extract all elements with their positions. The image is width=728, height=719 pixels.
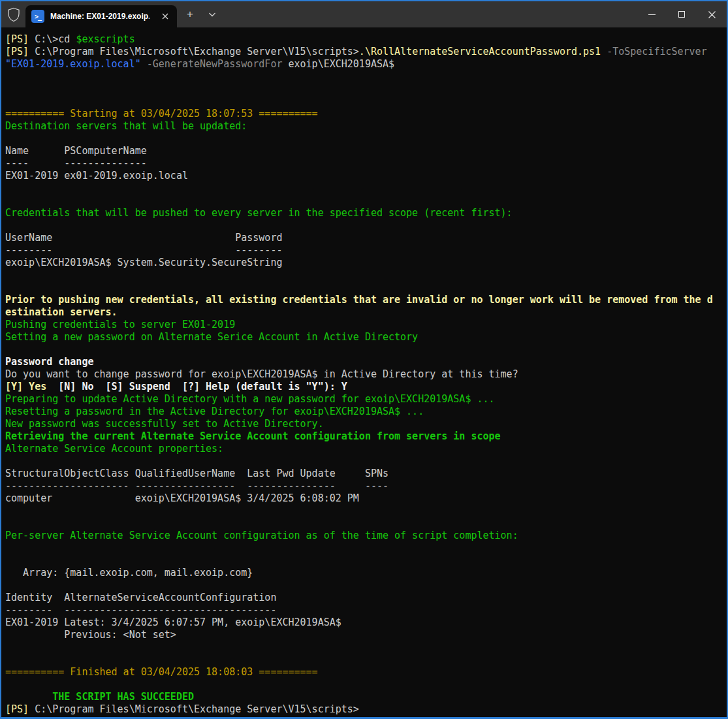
terminal-line bbox=[5, 182, 723, 195]
terminal-line: Password change bbox=[5, 356, 723, 368]
close-icon bbox=[708, 11, 716, 18]
terminal-segment: -GenerateNewPasswordFor bbox=[147, 58, 283, 70]
terminal-line bbox=[5, 344, 723, 356]
admin-shield-icon bbox=[1, 1, 25, 27]
terminal-line: StructuralObjectClass QualifiedUserName … bbox=[5, 468, 723, 480]
terminal-line: ========== Starting at 03/04/2025 18:07:… bbox=[5, 108, 723, 120]
titlebar-drag-region bbox=[221, 1, 637, 27]
terminal-segment: -ToSpecificServer bbox=[607, 46, 707, 57]
terminal-segment: C:\Program Files\Microsoft\Exchange Serv… bbox=[35, 703, 359, 715]
terminal-window: >_ Machine: EX01-2019.exoip.local + bbox=[0, 0, 728, 719]
terminal-segment: [PS] bbox=[5, 33, 35, 45]
terminal-segment: [PS] bbox=[5, 46, 35, 57]
terminal-segment: Pushing credentials to server EX01-2019 bbox=[5, 319, 235, 330]
terminal-line: computer exoip\EXCH2019ASA$ 3/4/2025 6:0… bbox=[5, 492, 723, 505]
terminal-segment: ========== Starting at 03/04/2025 18:07:… bbox=[5, 108, 318, 120]
terminal-line: exoip\EXCH2019ASA$ System.Security.Secur… bbox=[5, 257, 723, 269]
terminal-segment: Per-server Alternate Service Account con… bbox=[5, 530, 518, 541]
terminal-line: Preparing to update Active Directory wit… bbox=[5, 393, 723, 406]
maximize-button[interactable] bbox=[667, 1, 697, 27]
terminal-segment: [N] No [S] Suspend [?] Help (default is … bbox=[58, 381, 347, 392]
terminal-segment: StructuralObjectClass QualifiedUserName … bbox=[5, 468, 388, 479]
terminal-segment: EX01-2019 Latest: 3/4/2025 6:07:57 PM, e… bbox=[5, 616, 341, 628]
terminal-segment: Setting a new password on Alternate Seri… bbox=[5, 331, 418, 343]
terminal-segment: Previous: <Not set> bbox=[5, 629, 176, 641]
terminal-line: Alternate Service Account properties: bbox=[5, 443, 723, 455]
terminal-segment: ---- -------------- bbox=[5, 157, 147, 169]
terminal-line: Prior to pushing new credentials, all ex… bbox=[5, 294, 723, 306]
terminal-segment: New password was successfully set to Act… bbox=[5, 418, 324, 430]
new-tab-button[interactable]: + bbox=[181, 5, 199, 24]
terminal-segment: estination servers. bbox=[5, 306, 118, 318]
terminal-segment: Password change bbox=[5, 356, 93, 368]
terminal-segment bbox=[601, 46, 607, 57]
tab-dropdown-button[interactable] bbox=[203, 5, 221, 24]
terminal-segment: Identity AlternateServiceAccountConfigur… bbox=[5, 592, 276, 603]
powershell-icon: >_ bbox=[31, 10, 44, 23]
terminal-segment: Name PSComputerName bbox=[5, 145, 147, 157]
terminal-segment bbox=[46, 381, 58, 392]
terminal-line: "EX01-2019.exoip.local" -GenerateNewPass… bbox=[5, 58, 723, 71]
terminal-segment: Resetting a password in the Active Direc… bbox=[5, 406, 424, 417]
terminal-line bbox=[5, 517, 723, 530]
terminal-line: ========== Finished at 03/04/2025 18:08:… bbox=[5, 666, 723, 679]
terminal-line: [PS] C:\Program Files\Microsoft\Exchange… bbox=[5, 46, 723, 58]
terminal-line: Name PSComputerName bbox=[5, 145, 723, 157]
terminal-line bbox=[5, 554, 723, 567]
terminal-segment: THE SCRIPT HAS SUCCEEDED bbox=[5, 691, 194, 703]
terminal-line bbox=[5, 505, 723, 517]
terminal-line: --------------------- ----------------- … bbox=[5, 480, 723, 492]
terminal-segment bbox=[141, 58, 147, 70]
terminal-segment: -------- -------- bbox=[5, 244, 282, 256]
terminal-line: Credentials that will be pushed to every… bbox=[5, 207, 723, 219]
terminal-segment: C:\Program Files\Microsoft\Exchange Serv… bbox=[35, 46, 359, 57]
terminal-segment: Prior to pushing new credentials, all ex… bbox=[5, 294, 713, 306]
terminal-line: THE SCRIPT HAS SUCCEEDED bbox=[5, 691, 723, 703]
terminal-line: [PS] C:\Program Files\Microsoft\Exchange… bbox=[5, 703, 723, 716]
terminal-line: Identity AlternateServiceAccountConfigur… bbox=[5, 592, 723, 604]
terminal-segment: Do you want to change password for exoip… bbox=[5, 368, 518, 380]
terminal-segment: UserName Password bbox=[5, 232, 282, 244]
terminal-segment: ========== Finished at 03/04/2025 18:08:… bbox=[5, 666, 318, 678]
minimize-button[interactable] bbox=[637, 1, 667, 27]
terminal-line bbox=[5, 269, 723, 281]
close-button[interactable] bbox=[697, 1, 727, 27]
terminal-line: [PS] C:\>cd $exscripts bbox=[5, 33, 723, 46]
terminal-line bbox=[5, 579, 723, 592]
terminal-line bbox=[5, 133, 723, 145]
tab-title: Machine: EX01-2019.exoip.local bbox=[50, 12, 150, 21]
terminal-line: Per-server Alternate Service Account con… bbox=[5, 530, 723, 542]
maximize-icon bbox=[678, 11, 685, 18]
terminal-segment: exoip\EXCH2019ASA$ bbox=[282, 58, 394, 70]
terminal-line: Destination servers that will be updated… bbox=[5, 120, 723, 133]
terminal-segment: Retrieving the current Alternate Service… bbox=[5, 430, 501, 442]
terminal-line bbox=[5, 641, 723, 654]
titlebar: >_ Machine: EX01-2019.exoip.local + bbox=[1, 1, 727, 27]
terminal-segment: [Y] Yes bbox=[5, 381, 46, 392]
terminal-segment: computer exoip\EXCH2019ASA$ 3/4/2025 6:0… bbox=[5, 492, 359, 504]
terminal-screen[interactable]: [PS] C:\>cd $exscripts[PS] C:\Program Fi… bbox=[1, 27, 727, 717]
terminal-line bbox=[5, 654, 723, 666]
tab-machine-ex01-2019[interactable]: >_ Machine: EX01-2019.exoip.local bbox=[25, 5, 177, 27]
terminal-segment: cd bbox=[58, 33, 76, 45]
terminal-line: Setting a new password on Alternate Seri… bbox=[5, 331, 723, 344]
terminal-line: New password was successfully set to Act… bbox=[5, 418, 723, 430]
terminal-line: [Y] Yes [N] No [S] Suspend [?] Help (def… bbox=[5, 381, 723, 393]
terminal-line bbox=[5, 71, 723, 83]
terminal-line: ---- -------------- bbox=[5, 157, 723, 170]
terminal-line: EX01-2019 Latest: 3/4/2025 6:07:57 PM, e… bbox=[5, 616, 723, 629]
chevron-down-icon bbox=[208, 12, 216, 17]
terminal-line bbox=[5, 195, 723, 207]
terminal-line: UserName Password bbox=[5, 232, 723, 244]
terminal-line bbox=[5, 83, 723, 95]
terminal-line bbox=[5, 542, 723, 554]
terminal-segment: Credentials that will be pushed to every… bbox=[5, 207, 513, 219]
terminal-line: Retrieving the current Alternate Service… bbox=[5, 430, 723, 443]
terminal-line bbox=[5, 95, 723, 108]
tab-close-button[interactable] bbox=[157, 8, 173, 24]
terminal-line: estination servers. bbox=[5, 306, 723, 319]
terminal-segment: [PS] bbox=[5, 703, 35, 715]
terminal-line: -------- -------------------------------… bbox=[5, 604, 723, 616]
terminal-segment: EX01-2019 ex01-2019.exoip.local bbox=[5, 170, 188, 182]
minimize-icon bbox=[648, 14, 656, 15]
